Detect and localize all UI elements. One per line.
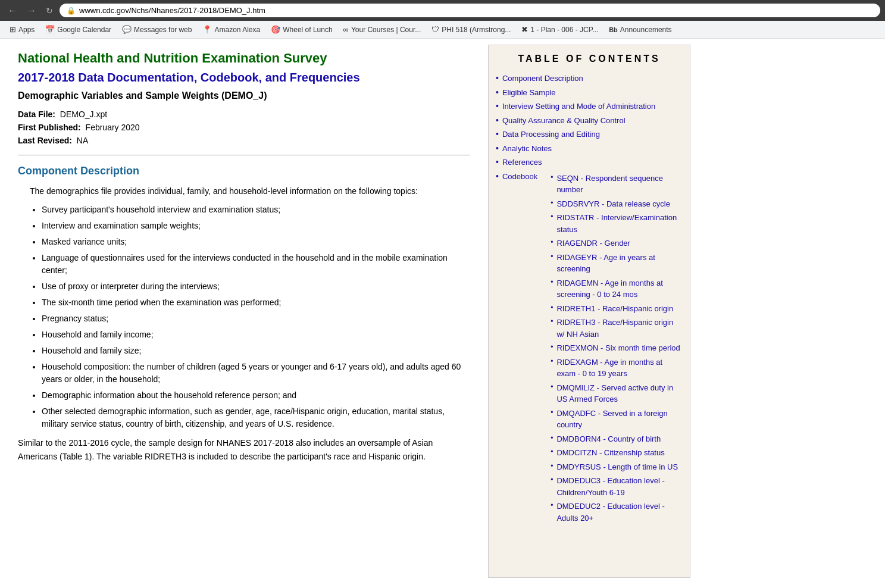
data-file-info: Data File: DEMO_J.xpt: [18, 110, 470, 119]
toc-sub-link[interactable]: DMQADFC - Served in a foreign country: [556, 408, 683, 431]
toc-sub-link[interactable]: RIDRETH3 - Race/Hispanic origin w/ NH As…: [556, 317, 683, 340]
content-area: National Health and Nutrition Examinatio…: [0, 39, 488, 584]
toc-item: Analytic Notes: [496, 143, 683, 155]
toc-panel: TABLE OF CONTENTS Component DescriptionE…: [488, 45, 690, 578]
list-item: Masked variance units;: [42, 236, 470, 248]
list-item: Language of questionnaires used for the …: [42, 252, 470, 277]
bookmark-messages-label: Messages for web: [134, 26, 192, 34]
toc-link[interactable]: Analytic Notes: [502, 143, 552, 155]
toc-item: References: [496, 157, 683, 168]
data-file-value: DEMO_J.xpt: [60, 110, 107, 119]
toc-sub-link[interactable]: DMQMILIZ - Served active duty in US Arme…: [556, 382, 683, 405]
bookmark-courses-label: Your Courses | Cour...: [351, 26, 421, 34]
toc-sub-link[interactable]: RIDAGEYR - Age in years at screening: [556, 252, 683, 275]
toc-sub-item: RIDAGEYR - Age in years at screening: [551, 252, 683, 275]
toc-sub-item: RIAGENDR - Gender: [551, 237, 683, 249]
list-item: Household and family size;: [42, 345, 470, 357]
toc-list: Component DescriptionEligible SampleInte…: [489, 73, 690, 536]
toc-sub-item: DMQADFC - Served in a foreign country: [551, 408, 683, 431]
list-item: Pregnancy status;: [42, 312, 470, 325]
toc-sub-link[interactable]: RIDAGEMN - Age in months at screening - …: [556, 277, 683, 301]
bookmark-amazon-alexa[interactable]: 📍 Amazon Alexa: [198, 23, 265, 36]
bookmark-courses[interactable]: ∞ Your Courses | Cour...: [339, 23, 426, 36]
back-button[interactable]: ←: [5, 4, 20, 17]
list-item: Use of proxy or interpreter during the i…: [42, 280, 470, 293]
messages-icon: 💬: [122, 25, 132, 34]
toc-link[interactable]: References: [502, 157, 542, 168]
bottom-paragraph: Similar to the 2011-2016 cycle, the samp…: [18, 436, 470, 463]
data-file-label: Data File:: [18, 110, 55, 119]
forward-button[interactable]: →: [24, 4, 39, 17]
toc-sub-item: SEQN - Respondent sequence number: [551, 173, 683, 196]
bookmark-plan006[interactable]: ✖ 1 - Plan - 006 - JCP...: [517, 23, 603, 36]
toc-link[interactable]: Eligible Sample: [502, 87, 556, 99]
toc-sub-link[interactable]: SEQN - Respondent sequence number: [556, 173, 683, 196]
bookmark-google-calendar[interactable]: 📅 Google Calendar: [40, 23, 116, 36]
list-item: Other selected demographic information, …: [42, 405, 470, 430]
toc-sub-link[interactable]: RIDRETH1 - Race/Hispanic origin: [556, 303, 673, 315]
toc-sub-link[interactable]: RIAGENDR - Gender: [556, 237, 630, 249]
browser-chrome: ← → ↻ 🔒 wwwn.cdc.gov/Nchs/Nhanes/2017-20…: [0, 0, 885, 21]
first-published-info: First Published: February 2020: [18, 123, 470, 132]
toc-sub-link[interactable]: DMDYRSUS - Length of time in US: [556, 461, 678, 473]
section-divider: [18, 155, 470, 155]
toc-sub-link[interactable]: RIDEXAGM - Age in months at exam - 0 to …: [556, 356, 683, 380]
reload-button[interactable]: ↻: [43, 5, 56, 17]
toc-sub-link[interactable]: SDDSRVYR - Data release cycle: [556, 198, 670, 210]
address-bar[interactable]: 🔒 wwwn.cdc.gov/Nchs/Nhanes/2017-2018/DEM…: [60, 4, 880, 17]
toc-sub-item: DMQMILIZ - Served active duty in US Arme…: [551, 382, 683, 405]
wheel-icon: 🎯: [271, 25, 280, 34]
toc-sub-item: DMDBORN4 - Country of birth: [551, 433, 683, 445]
bookmark-wheel-label: Wheel of Lunch: [283, 26, 332, 34]
toc-sub-link[interactable]: RIDEXMON - Six month time period: [556, 342, 680, 354]
bookmark-messages[interactable]: 💬 Messages for web: [117, 23, 196, 36]
doc-title[interactable]: 2017-2018 Data Documentation, Codebook, …: [18, 71, 470, 85]
lock-icon: 🔒: [67, 7, 76, 15]
toc-sub-link[interactable]: RIDSTATR - Interview/Examination status: [556, 212, 683, 235]
toc-item: CodebookSEQN - Respondent sequence numbe…: [496, 171, 683, 527]
toc-link[interactable]: Interview Setting and Mode of Administra…: [502, 101, 655, 112]
toc-sub-item: SDDSRVYR - Data release cycle: [551, 198, 683, 210]
list-item: Household and family income;: [42, 329, 470, 341]
url-text: wwwn.cdc.gov/Nchs/Nhanes/2017-2018/DEMO_…: [79, 6, 265, 15]
bb-icon: Bb: [609, 26, 618, 33]
list-item: Household composition: the number of chi…: [42, 361, 470, 386]
bookmark-apps[interactable]: ⊞ Apps: [5, 23, 39, 36]
toc-sub-link[interactable]: DMDBORN4 - Country of birth: [556, 433, 661, 445]
bookmark-announcements-label: Announcements: [620, 26, 672, 34]
last-revised-info: Last Revised: NA: [18, 136, 470, 145]
toc-sub-link[interactable]: DMDEDUC2 - Education level - Adults 20+: [556, 501, 683, 524]
toc-item: Component Description: [496, 73, 683, 85]
list-item: Survey participant's household interview…: [42, 204, 470, 216]
phi-icon: 🛡: [431, 25, 439, 34]
toc-sub-link[interactable]: DMDEDUC3 - Education level - Children/Yo…: [556, 475, 683, 498]
toc-sub-item: DMDEDUC3 - Education level - Children/Yo…: [551, 475, 683, 498]
toc-item: Eligible Sample: [496, 87, 683, 99]
toc-sub-link[interactable]: DMDCITZN - Citizenship status: [556, 447, 664, 459]
toc-link[interactable]: Component Description: [502, 73, 583, 85]
component-description-heading[interactable]: Component Description: [18, 165, 470, 177]
bookmark-wheel-of-lunch[interactable]: 🎯 Wheel of Lunch: [266, 23, 337, 36]
component-intro: The demographics file provides individua…: [30, 184, 470, 198]
toc-item: Quality Assurance & Quality Control: [496, 115, 683, 127]
apps-icon: ⊞: [10, 25, 16, 34]
toc-sub-item: RIDEXMON - Six month time period: [551, 342, 683, 354]
bookmark-apps-label: Apps: [18, 26, 35, 34]
bookmark-plan-label: 1 - Plan - 006 - JCP...: [530, 26, 598, 34]
first-published-label: First Published:: [18, 123, 81, 132]
list-item: Demographic information about the househ…: [42, 389, 470, 402]
bookmark-announcements[interactable]: Bb Announcements: [604, 24, 676, 36]
toc-sub-item: DMDYRSUS - Length of time in US: [551, 461, 683, 473]
toc-link[interactable]: Quality Assurance & Quality Control: [502, 115, 626, 127]
main-wrapper: National Health and Nutrition Examinatio…: [0, 39, 885, 584]
toc-link[interactable]: Codebook: [502, 171, 537, 183]
bookmark-phi-label: PHI 518 (Armstrong...: [442, 26, 511, 34]
toc-sub-item: RIDSTATR - Interview/Examination status: [551, 212, 683, 235]
demo-title: Demographic Variables and Sample Weights…: [18, 90, 470, 101]
survey-title: National Health and Nutrition Examinatio…: [18, 51, 470, 66]
first-published-value: February 2020: [86, 123, 140, 132]
bookmark-alexa-label: Amazon Alexa: [214, 26, 260, 34]
toc-sub-item: RIDEXAGM - Age in months at exam - 0 to …: [551, 356, 683, 380]
bookmark-phi518[interactable]: 🛡 PHI 518 (Armstrong...: [427, 23, 515, 36]
toc-link[interactable]: Data Processing and Editing: [502, 129, 600, 140]
